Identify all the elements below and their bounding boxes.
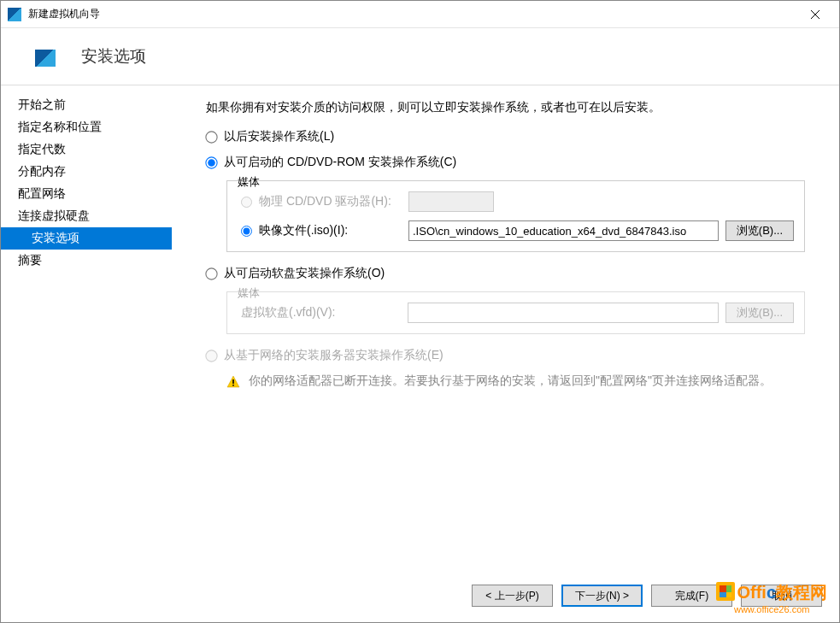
- header-icon: [35, 50, 56, 67]
- next-button[interactable]: 下一步(N) >: [561, 585, 643, 607]
- physical-drive-combo: [408, 191, 494, 212]
- iso-browse-button[interactable]: 浏览(B)...: [725, 220, 794, 241]
- physical-drive-row: 物理 CD/DVD 驱动器(H):: [241, 191, 794, 212]
- footer: < 上一步(P) 下一步(N) > 完成(F) 取消: [1, 574, 839, 622]
- svg-rect-1: [232, 385, 234, 386]
- sidebar-item-vhd[interactable]: 连接虚拟硬盘: [1, 205, 172, 227]
- vfd-browse-button: 浏览(B)...: [725, 303, 794, 323]
- wizard-sidebar: 开始之前 指定名称和位置 指定代数 分配内存 配置网络 连接虚拟硬盘 安装选项 …: [1, 85, 172, 574]
- iso-row: 映像文件(.iso)(I): 浏览(B)...: [241, 220, 794, 241]
- titlebar: 新建虚拟机向导: [1, 1, 839, 28]
- main-content: 如果你拥有对安装介质的访问权限，则可以立即安装操作系统，或者也可在以后安装。 以…: [172, 85, 839, 574]
- svg-rect-0: [232, 379, 234, 384]
- close-icon: [811, 10, 819, 19]
- vfd-path-input: [408, 303, 719, 323]
- floppy-media-fieldset: 媒体 虚拟软盘(.vfd)(V): 浏览(B)...: [226, 291, 805, 334]
- finish-button[interactable]: 完成(F): [651, 585, 732, 607]
- radio-install-cd[interactable]: 从可启动的 CD/DVD-ROM 安装操作系统(C): [206, 155, 805, 170]
- vfd-label: 虚拟软盘(.vfd)(V):: [241, 305, 408, 320]
- window-title: 新建虚拟机向导: [28, 7, 798, 21]
- iso-path-input[interactable]: [408, 220, 719, 241]
- radio-install-cd-label: 从可启动的 CD/DVD-ROM 安装操作系统(C): [224, 155, 456, 170]
- vfd-row: 虚拟软盘(.vfd)(V): 浏览(B)...: [241, 303, 794, 323]
- sidebar-item-network[interactable]: 配置网络: [1, 183, 172, 205]
- radio-install-cd-input[interactable]: [205, 156, 217, 168]
- radio-install-later[interactable]: 以后安装操作系统(L): [206, 129, 805, 144]
- radio-install-network: 从基于网络的安装服务器安装操作系统(E): [206, 348, 805, 363]
- network-warning: 你的网络适配器已断开连接。若要执行基于网络的安装，请返回到"配置网络"页并连接网…: [226, 373, 805, 389]
- radio-iso-file[interactable]: [241, 226, 252, 237]
- page-header: 安装选项: [1, 28, 839, 85]
- radio-install-network-label: 从基于网络的安装服务器安装操作系统(E): [224, 348, 443, 363]
- sidebar-item-generation[interactable]: 指定代数: [1, 138, 172, 161]
- physical-drive-label: 物理 CD/DVD 驱动器(H):: [259, 194, 408, 209]
- sidebar-item-install-options[interactable]: 安装选项: [1, 227, 172, 250]
- iso-file-label: 映像文件(.iso)(I):: [259, 223, 408, 238]
- radio-install-later-input[interactable]: [205, 131, 217, 143]
- close-button[interactable]: [798, 3, 832, 26]
- sidebar-item-name-location[interactable]: 指定名称和位置: [1, 116, 172, 138]
- previous-button[interactable]: < 上一步(P): [472, 585, 553, 607]
- intro-text: 如果你拥有对安装介质的访问权限，则可以立即安装操作系统，或者也可在以后安装。: [206, 98, 805, 115]
- radio-install-floppy-input[interactable]: [205, 267, 217, 279]
- radio-install-network-input: [205, 350, 217, 361]
- warning-icon: [226, 375, 240, 389]
- app-icon: [8, 8, 21, 21]
- radio-physical-drive: [241, 197, 252, 208]
- sidebar-item-summary[interactable]: 摘要: [1, 250, 172, 272]
- radio-install-floppy[interactable]: 从可启动软盘安装操作系统(O): [206, 266, 805, 281]
- cancel-button[interactable]: 取消: [741, 585, 822, 607]
- radio-install-floppy-label: 从可启动软盘安装操作系统(O): [224, 266, 385, 281]
- cd-media-fieldset: 媒体 物理 CD/DVD 驱动器(H): 映像文件(.iso)(I): 浏览(B…: [226, 180, 805, 252]
- radio-install-later-label: 以后安装操作系统(L): [224, 129, 334, 144]
- sidebar-item-before-begin[interactable]: 开始之前: [1, 94, 172, 116]
- page-title: 安装选项: [81, 45, 146, 68]
- network-warning-text: 你的网络适配器已断开连接。若要执行基于网络的安装，请返回到"配置网络"页并连接网…: [249, 373, 772, 389]
- sidebar-item-memory[interactable]: 分配内存: [1, 161, 172, 183]
